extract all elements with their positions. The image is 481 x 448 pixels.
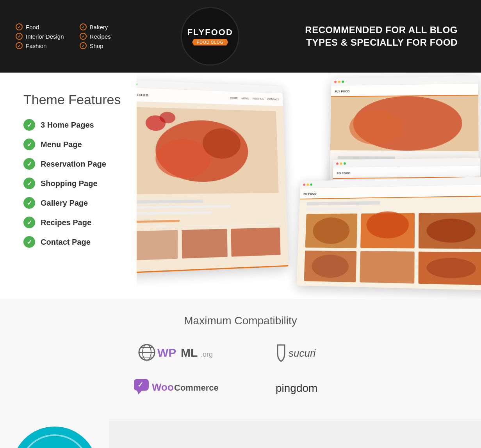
wpml-svg: WP ML .org xyxy=(137,342,215,363)
svg-text:Woo: Woo xyxy=(152,381,174,393)
mockup-nav-item-1: HOME xyxy=(230,96,238,99)
feature-check-icon-3 xyxy=(23,158,35,170)
svg-rect-17 xyxy=(331,84,478,96)
nav-bakery[interactable]: Bakery xyxy=(80,23,128,30)
feature-check-icon-7 xyxy=(23,236,35,248)
svg-text:sucuri: sucuri xyxy=(289,347,316,359)
nav-label-bakery: Bakery xyxy=(90,24,108,30)
fly-circle-border: Powered by FLY TEMPLATES xyxy=(20,434,90,448)
check-icon-fashion xyxy=(16,42,23,49)
nav-interior[interactable]: Interior Design xyxy=(16,33,64,40)
bottom-section: Powered by FLY TEMPLATES Theme built on … xyxy=(0,419,481,448)
mockup-dot-yellow-2 xyxy=(338,80,340,83)
header-tagline: RECOMMENDED FOR ALL BLOG TYPES & SPECIAL… xyxy=(294,24,458,49)
mockup-nav-item-3: RECIPES xyxy=(253,97,264,100)
mockup-screenshot-4: FO FOOD xyxy=(297,176,481,290)
svg-point-58 xyxy=(426,219,476,243)
feature-item-gallery: Gallery Page xyxy=(23,197,121,209)
mockup-dot-yellow-3 xyxy=(340,162,342,165)
feature-item-menu: Menu Page xyxy=(23,139,121,150)
nav-recipes[interactable]: Recipes xyxy=(80,33,128,40)
feature-label-shopping: Shopping Page xyxy=(41,179,98,188)
mockup-logo-1: FLY FOOD xyxy=(137,92,149,97)
nav-label-shop: Shop xyxy=(90,43,103,49)
mockup-svg-4: FO FOOD xyxy=(297,185,481,290)
feature-item-reservation: Reservation Page xyxy=(23,158,121,170)
feature-label-gallery: Gallery Page xyxy=(41,199,88,208)
svg-text:FO FOOD: FO FOOD xyxy=(337,171,351,175)
check-icon-food xyxy=(16,23,23,30)
svg-rect-13 xyxy=(137,230,178,261)
features-section: Theme Features 3 Home Pages Menu Page Re… xyxy=(0,73,137,299)
svg-text:.org: .org xyxy=(201,350,213,358)
mockup-dot-red-3 xyxy=(336,162,338,165)
nav-label-interior: Interior Design xyxy=(26,33,64,40)
header-tagline-area: RECOMMENDED FOR ALL BLOG TYPES & SPECIAL… xyxy=(293,24,465,49)
feature-check-icon-5 xyxy=(23,197,35,209)
sucuri-logo: sucuri xyxy=(252,341,358,364)
footer-bar: Theme built on UNYSON - the most powerfu… xyxy=(109,419,481,448)
sucuri-svg: sucuri xyxy=(270,342,340,363)
logo-title: FLYFOOD xyxy=(187,27,233,37)
nav-shop[interactable]: Shop xyxy=(80,42,128,49)
mockup-svg-1 xyxy=(137,87,289,274)
check-icon-bakery xyxy=(80,23,87,30)
feature-item-recipes: Recipes Page xyxy=(23,217,121,228)
check-icon-shop xyxy=(80,42,87,49)
feature-check-icon-6 xyxy=(23,217,35,228)
feature-item-contact: Contact Page xyxy=(23,236,121,248)
header-nav: Food Bakery Interior Design Recipes Fash… xyxy=(16,23,128,49)
svg-text:Commerce: Commerce xyxy=(174,383,219,393)
compatibility-section: Maximum Compatibility WP ML .org xyxy=(0,299,481,419)
svg-text:WP: WP xyxy=(157,346,176,359)
mockup-image-1: FLY FOOD HOME MENU RECIPES CONTACT xyxy=(137,87,289,274)
powered-circle: Powered by FLY TEMPLATES xyxy=(12,427,98,448)
mockup-dot-yellow-4 xyxy=(307,183,309,186)
mockup-image-4: FO FOOD xyxy=(297,185,481,290)
pingdom-logo: pingdom xyxy=(252,376,358,399)
powered-by-container: Powered by FLY TEMPLATES xyxy=(0,419,109,448)
mockup-dot-green-3 xyxy=(344,162,346,165)
svg-rect-23 xyxy=(338,156,395,159)
feature-check-icon-2 xyxy=(23,139,35,150)
compat-logos-grid: WP ML .org sucuri ✓ Woo Commerc xyxy=(123,341,358,399)
mockup-dot-green-4 xyxy=(310,183,313,186)
check-icon-interior xyxy=(16,33,23,40)
feature-label-menu: Menu Page xyxy=(41,140,82,149)
mockup-screenshot-1: FLY FOOD HOME MENU RECIPES CONTACT xyxy=(137,80,289,274)
compat-title: Maximum Compatibility xyxy=(23,315,458,327)
feature-label-contact: Contact Page xyxy=(41,238,91,247)
feature-check-icon xyxy=(23,119,35,131)
nav-label-recipes: Recipes xyxy=(90,33,111,40)
feature-label-reservation: Reservation Page xyxy=(41,160,106,169)
nav-label-fashion: Fashion xyxy=(26,43,46,49)
check-icon-recipes xyxy=(80,33,87,40)
svg-rect-14 xyxy=(182,229,228,258)
nav-food[interactable]: Food xyxy=(16,23,64,30)
mockup-dot-red-4 xyxy=(303,183,305,186)
logo-area: FLYFOOD FOOD BLOG xyxy=(128,7,292,66)
mockup-nav-item-4: CONTACT xyxy=(267,98,280,101)
main-content: Theme Features 3 Home Pages Menu Page Re… xyxy=(0,73,481,299)
logo-circle: FLYFOOD FOOD BLOG xyxy=(181,7,239,66)
mockup-nav-item-2: MENU xyxy=(241,97,249,100)
nav-fashion[interactable]: Fashion xyxy=(16,42,64,49)
feature-item-shopping: Shopping Page xyxy=(23,178,121,189)
mockup-nav-1: HOME MENU RECIPES CONTACT xyxy=(230,96,279,101)
feature-item-homes: 3 Home Pages xyxy=(23,119,121,131)
woo-svg: ✓ Woo Commerce xyxy=(133,377,219,398)
svg-text:✓: ✓ xyxy=(137,381,143,389)
screenshots-area: FLY FOOD HOME MENU RECIPES CONTACT xyxy=(137,73,481,299)
pingdom-svg: pingdom xyxy=(274,377,336,398)
feature-check-icon-4 xyxy=(23,178,35,189)
header: Food Bakery Interior Design Recipes Fash… xyxy=(0,0,481,73)
feature-label-homes: 3 Home Pages xyxy=(41,121,94,130)
svg-text:FO FOOD: FO FOOD xyxy=(303,192,317,196)
wpml-logo: WP ML .org xyxy=(123,341,229,364)
mockup-dot-green xyxy=(137,83,137,85)
woocommerce-logo: ✓ Woo Commerce xyxy=(123,376,229,399)
nav-label-food: Food xyxy=(26,24,39,30)
svg-rect-61 xyxy=(360,251,415,283)
svg-text:ML: ML xyxy=(181,346,198,359)
logo-subtitle: FOOD BLOG xyxy=(192,39,228,46)
